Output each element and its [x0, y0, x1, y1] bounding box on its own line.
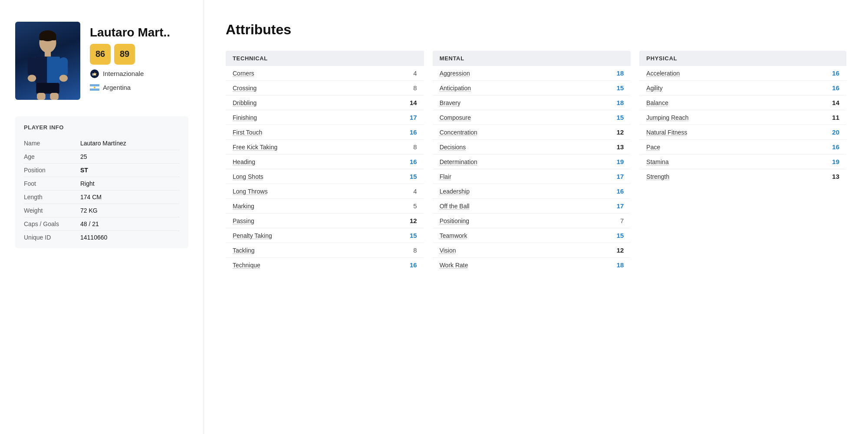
attr-name[interactable]: First Touch — [233, 129, 262, 136]
svg-rect-2 — [39, 36, 56, 40]
attr-value: 13 — [827, 173, 839, 180]
attr-name[interactable]: Concentration — [440, 129, 477, 136]
attr-name[interactable]: Passing — [233, 217, 254, 224]
attr-name[interactable]: Free Kick Taking — [233, 144, 277, 151]
attr-row: First Touch16 — [226, 125, 424, 140]
svg-rect-6 — [47, 56, 60, 83]
attr-value: 16 — [827, 84, 839, 92]
attr-value: 7 — [612, 217, 624, 224]
attr-name[interactable]: Work Rate — [440, 262, 468, 269]
country-name: Argentina — [103, 84, 131, 91]
attr-value: 17 — [612, 202, 624, 210]
info-label: Age — [24, 153, 80, 160]
attr-name[interactable]: Stamina — [646, 158, 668, 165]
attr-row: Technique16 — [226, 258, 424, 272]
attr-name[interactable]: Natural Fitness — [646, 129, 687, 136]
attr-name[interactable]: Composure — [440, 114, 471, 121]
info-row: NameLautaro Martínez — [24, 137, 180, 150]
attr-name[interactable]: Anticipation — [440, 85, 471, 92]
attr-row: Dribbling14 — [226, 95, 424, 110]
club-icon: IM — [90, 69, 99, 79]
attr-name[interactable]: Dribbling — [233, 99, 256, 106]
info-value: 25 — [80, 153, 87, 160]
svg-point-10 — [59, 75, 68, 82]
info-row: PositionST — [24, 164, 180, 177]
attr-name[interactable]: Vision — [440, 247, 456, 254]
attr-value: 16 — [405, 158, 417, 165]
info-row: Age25 — [24, 150, 180, 164]
attr-name[interactable]: Pace — [646, 144, 660, 151]
attr-name[interactable]: Jumping Reach — [646, 114, 688, 121]
attr-value: 16 — [827, 69, 839, 77]
attr-name[interactable]: Marking — [233, 203, 254, 210]
attr-row: Vision12 — [433, 243, 631, 258]
attr-value: 15 — [612, 84, 624, 92]
attr-name[interactable]: Positioning — [440, 217, 470, 224]
attr-name[interactable]: Crossing — [233, 85, 256, 92]
attr-name[interactable]: Corners — [233, 70, 254, 77]
attr-column-mental: MENTALAggression18Anticipation15Bravery1… — [433, 51, 640, 272]
attr-name[interactable]: Acceleration — [646, 70, 680, 77]
attr-row: Crossing8 — [226, 81, 424, 95]
attr-name[interactable]: Balance — [646, 99, 668, 106]
svg-rect-16 — [90, 84, 99, 86]
attr-column-physical: PHYSICALAcceleration16Agility16Balance14… — [639, 51, 846, 272]
attr-name[interactable]: Decisions — [440, 144, 466, 151]
right-panel: Attributes TECHNICALCorners4Crossing8Dri… — [204, 0, 868, 434]
info-label: Weight — [24, 207, 80, 214]
attr-value: 15 — [612, 114, 624, 121]
info-label: Position — [24, 167, 80, 174]
attr-name[interactable]: Tackling — [233, 247, 255, 254]
club-name: Internazionale — [103, 70, 144, 77]
svg-point-19 — [94, 87, 95, 89]
attr-value: 4 — [405, 69, 417, 77]
club-row: IM Internazionale — [90, 69, 170, 79]
attr-value: 18 — [612, 261, 624, 269]
attr-name[interactable]: Technique — [233, 262, 260, 269]
info-value: 48 / 21 — [80, 220, 99, 227]
attr-name[interactable]: Determination — [440, 158, 477, 165]
attr-name[interactable]: Bravery — [440, 99, 460, 106]
attr-row: Leadership16 — [433, 184, 631, 199]
attr-value: 8 — [405, 143, 417, 151]
info-row: Caps / Goals48 / 21 — [24, 217, 180, 231]
attr-row: Composure15 — [433, 110, 631, 125]
attr-column-technical: TECHNICALCorners4Crossing8Dribbling14Fin… — [226, 51, 433, 272]
attr-name[interactable]: Leadership — [440, 188, 470, 195]
attr-row: Free Kick Taking8 — [226, 140, 424, 155]
attr-name[interactable]: Teamwork — [440, 232, 467, 239]
attr-name[interactable]: Off the Ball — [440, 203, 470, 210]
attr-row: Anticipation15 — [433, 81, 631, 95]
attr-value: 8 — [405, 247, 417, 254]
info-label: Caps / Goals — [24, 220, 80, 227]
ratings: 86 89 — [90, 44, 170, 65]
attr-value: 18 — [612, 99, 624, 106]
rating-badge-2: 89 — [114, 44, 135, 65]
attr-name[interactable]: Finishing — [233, 114, 257, 121]
attr-name[interactable]: Agility — [646, 85, 662, 92]
attr-column-header: PHYSICAL — [639, 51, 846, 66]
info-label: Name — [24, 140, 80, 147]
attr-row: Determination19 — [433, 155, 631, 169]
attr-name[interactable]: Heading — [233, 158, 255, 165]
info-row: Weight72 KG — [24, 204, 180, 217]
attr-row: Long Shots15 — [226, 169, 424, 184]
attr-name[interactable]: Flair — [440, 173, 451, 180]
svg-rect-12 — [37, 93, 46, 100]
attr-value: 13 — [612, 143, 624, 151]
svg-rect-13 — [50, 93, 59, 100]
svg-rect-5 — [36, 56, 47, 83]
attr-row: Natural Fitness20 — [639, 125, 846, 140]
attr-value: 15 — [405, 232, 417, 239]
svg-rect-8 — [59, 57, 68, 76]
attr-name[interactable]: Penalty Taking — [233, 232, 272, 239]
attr-row: Finishing17 — [226, 110, 424, 125]
attr-name[interactable]: Strength — [646, 173, 669, 180]
attr-name[interactable]: Aggression — [440, 70, 470, 77]
attr-row: Bravery18 — [433, 95, 631, 110]
player-meta: Lautaro Mart.. 86 89 IM Internazionale — [90, 22, 170, 92]
attr-name[interactable]: Long Throws — [233, 188, 268, 195]
svg-point-9 — [28, 75, 36, 82]
attr-row: Balance14 — [639, 95, 846, 110]
attr-name[interactable]: Long Shots — [233, 173, 263, 180]
